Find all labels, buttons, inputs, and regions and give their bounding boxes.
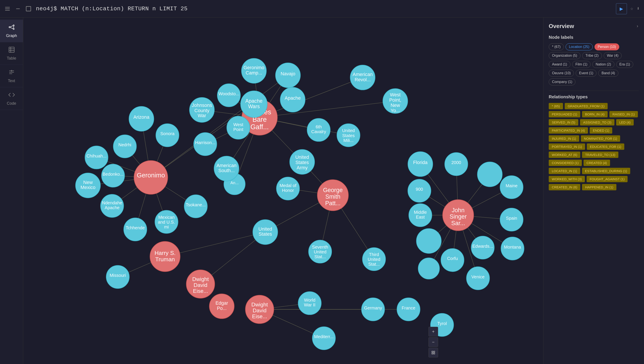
node-label-tag[interactable]: Location (25) bbox=[566, 43, 592, 50]
graph-node[interactable] bbox=[124, 218, 147, 241]
graph-node[interactable] bbox=[150, 241, 180, 272]
graph-node[interactable] bbox=[471, 236, 494, 259]
relationship-type-tag[interactable]: ENDED (1) bbox=[590, 127, 612, 134]
graph-node[interactable] bbox=[100, 194, 124, 217]
node-label-tag[interactable]: * (67) bbox=[549, 43, 564, 50]
graph-node[interactable] bbox=[500, 208, 523, 231]
graph-node[interactable] bbox=[210, 294, 234, 319]
graph-node[interactable] bbox=[290, 149, 315, 174]
node-label-tag[interactable]: Era (1) bbox=[616, 61, 634, 68]
relationship-type-tag[interactable]: LOCATED_IN (1) bbox=[549, 168, 580, 174]
query-input[interactable]: neo4j$ MATCH (n:Location) RETURN n LIMIT… bbox=[36, 6, 616, 12]
graph-node[interactable] bbox=[500, 176, 523, 199]
graph-node[interactable] bbox=[214, 156, 239, 181]
node-label-tag[interactable]: Event (1) bbox=[576, 70, 596, 77]
node-label-tag[interactable]: War (4) bbox=[604, 52, 622, 59]
graph-node[interactable] bbox=[466, 267, 489, 290]
node-label-tag[interactable]: Person (10) bbox=[594, 43, 620, 50]
sidebar-item-table[interactable]: Table bbox=[0, 42, 23, 65]
sidebar-item-code[interactable]: Code bbox=[0, 88, 23, 110]
graph-node[interactable] bbox=[337, 124, 360, 147]
node-label-tag[interactable]: Film (1) bbox=[572, 61, 590, 68]
graph-node[interactable] bbox=[134, 160, 168, 194]
graph-node[interactable] bbox=[397, 298, 420, 321]
zoom-fit-button[interactable] bbox=[428, 348, 438, 358]
graph-node[interactable] bbox=[443, 200, 474, 231]
graph-node[interactable] bbox=[253, 220, 278, 245]
graph-node[interactable] bbox=[362, 248, 386, 271]
node-label-tag[interactable]: Tribe (2) bbox=[582, 52, 602, 59]
graph-node[interactable] bbox=[184, 195, 207, 218]
relationship-type-tag[interactable]: LED (4) bbox=[616, 119, 634, 126]
relationship-type-tag[interactable]: ESTABLISHED_DURING (1) bbox=[582, 168, 630, 174]
graph-node[interactable] bbox=[156, 124, 179, 147]
graph-node[interactable] bbox=[217, 84, 240, 107]
node-label-tag[interactable]: Band (4) bbox=[598, 70, 618, 77]
graph-node[interactable] bbox=[408, 179, 431, 202]
relationship-type-tag[interactable]: ASSIGNED_TO (3) bbox=[580, 119, 614, 126]
graph-node[interactable] bbox=[129, 106, 154, 132]
graph-node[interactable] bbox=[350, 65, 375, 90]
graph-node[interactable] bbox=[318, 180, 348, 211]
star-icon[interactable]: ☆ bbox=[630, 6, 633, 12]
graph-node[interactable] bbox=[242, 58, 266, 84]
zoom-in-button[interactable]: + bbox=[428, 327, 438, 336]
graph-node[interactable] bbox=[307, 118, 330, 141]
node-label-tag[interactable]: Organization (5) bbox=[549, 52, 580, 59]
graph-node[interactable] bbox=[441, 248, 464, 272]
relationship-type-tag[interactable]: BORN_IN (4) bbox=[582, 111, 608, 118]
relationship-type-tag[interactable]: CONSIDERED (1) bbox=[549, 160, 582, 166]
graph-node[interactable] bbox=[501, 237, 524, 260]
sidebar-item-text[interactable]: Text bbox=[0, 65, 23, 88]
relationship-type-tag[interactable]: HAPPENED_IN (1) bbox=[582, 184, 616, 190]
relationship-type-tag[interactable]: CREATED_IN (6) bbox=[549, 184, 580, 190]
graph-node[interactable] bbox=[227, 116, 250, 139]
relationship-type-tag[interactable]: TRAVELED_TO (13) bbox=[582, 152, 618, 158]
graph-node[interactable] bbox=[408, 152, 433, 177]
minimize-icon[interactable] bbox=[15, 6, 21, 12]
relationship-type-tag[interactable]: WORKED_AT (6) bbox=[549, 152, 580, 158]
graph-node[interactable] bbox=[362, 298, 384, 321]
graph-node[interactable] bbox=[155, 210, 178, 233]
graph-node[interactable] bbox=[240, 91, 267, 118]
graph-node[interactable] bbox=[276, 63, 300, 88]
menu-icon[interactable] bbox=[4, 6, 10, 12]
relationship-type-tag[interactable]: PARTICIPATED_IN (4) bbox=[549, 127, 588, 134]
sidebar-item-graph[interactable]: Graph bbox=[0, 20, 23, 42]
download-icon[interactable]: ⬇ bbox=[637, 6, 640, 12]
relationship-type-tag[interactable]: FOUGHT_AGAINST (1) bbox=[586, 176, 628, 182]
graph-node[interactable] bbox=[383, 89, 408, 114]
relationship-type-tag[interactable]: GRADUATED_FROM (1) bbox=[565, 103, 608, 109]
graph-node[interactable] bbox=[194, 132, 217, 156]
relationship-type-tag[interactable]: PERSUADED (1) bbox=[549, 111, 580, 118]
node-label-tag[interactable]: Award (1) bbox=[549, 61, 570, 68]
relationship-type-tag[interactable]: EDUCATES_FOR (1) bbox=[587, 144, 624, 150]
node-label-tag[interactable]: Oeuvre (10) bbox=[549, 70, 574, 77]
panel-collapse-button[interactable]: › bbox=[636, 24, 639, 29]
graph-node[interactable] bbox=[416, 228, 442, 254]
graph-node[interactable] bbox=[102, 164, 124, 187]
relationship-type-tag[interactable]: RAISED_IN (1) bbox=[610, 111, 638, 118]
graph-node[interactable] bbox=[418, 258, 440, 279]
graph-node[interactable] bbox=[106, 266, 129, 288]
relationship-type-tag[interactable]: NOMINATED_FOR (1) bbox=[581, 135, 620, 142]
graph-node[interactable] bbox=[276, 177, 300, 200]
node-label-tag[interactable]: Nation (2) bbox=[592, 61, 614, 68]
relationship-type-tag[interactable]: SERVED_IN (5) bbox=[549, 119, 578, 126]
graph-node[interactable] bbox=[190, 98, 214, 122]
graph-node[interactable] bbox=[477, 162, 502, 187]
run-button[interactable]: ▶ bbox=[616, 3, 627, 14]
relationship-type-tag[interactable]: INJURED_IN (1) bbox=[549, 135, 579, 142]
relationship-type-tag[interactable]: CREATED (4) bbox=[584, 160, 610, 166]
graph-node[interactable] bbox=[445, 153, 468, 176]
graph-node[interactable] bbox=[409, 204, 432, 227]
node-label-tag[interactable]: Company (1) bbox=[549, 78, 576, 86]
graph-node[interactable] bbox=[309, 240, 332, 263]
graph-node[interactable] bbox=[245, 295, 274, 324]
graph-node[interactable] bbox=[85, 146, 108, 169]
graph-node[interactable] bbox=[76, 173, 100, 198]
graph-canvas[interactable]: GeronimoCharlesBareGaff...GeorgeSmithPat… bbox=[23, 18, 543, 364]
graph-node[interactable] bbox=[186, 270, 215, 298]
maximize-icon[interactable] bbox=[26, 6, 32, 12]
relationship-type-tag[interactable]: * (65) bbox=[549, 103, 563, 109]
